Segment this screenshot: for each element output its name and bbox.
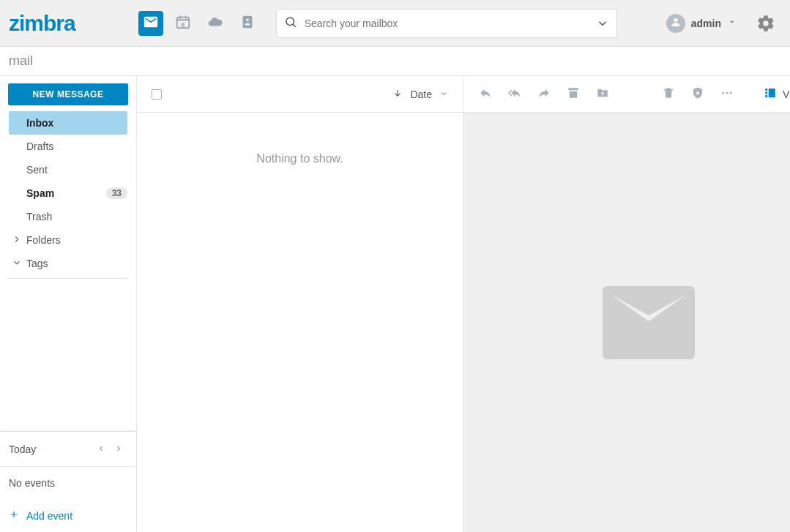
chevron-right-icon — [12, 234, 26, 247]
tags-group-label: Tags — [26, 258, 48, 269]
svg-rect-7 — [765, 92, 767, 94]
app-tab-contacts[interactable] — [235, 11, 260, 36]
search-dropdown-icon[interactable] — [596, 17, 609, 30]
app-tab-calendar[interactable]: 6 — [171, 11, 195, 36]
folder-label: Drafts — [26, 141, 127, 152]
contacts-icon — [239, 14, 256, 32]
chevron-down-icon — [12, 258, 26, 270]
person-icon — [670, 16, 682, 30]
today-label: Today — [9, 443, 92, 455]
archive-icon — [567, 86, 580, 102]
app-tab-mail[interactable] — [138, 11, 163, 36]
user-name: admin — [691, 18, 721, 29]
user-menu[interactable]: admin — [666, 14, 737, 33]
folder-list: Inbox Drafts Sent Spam 33 Trash — [0, 111, 136, 228]
mini-calendar: Today No events Add event — [0, 431, 136, 532]
breadcrumb-label: mail — [9, 53, 33, 69]
folder-drafts[interactable]: Drafts — [0, 135, 136, 158]
svg-point-1 — [286, 18, 294, 26]
search-input[interactable] — [305, 18, 596, 29]
sort-label: Date — [410, 89, 432, 100]
calendar-date: 6 — [181, 21, 185, 29]
svg-rect-6 — [765, 89, 767, 91]
folder-label: Trash — [26, 211, 127, 222]
svg-point-4 — [726, 92, 728, 94]
sort-button[interactable]: Date — [392, 88, 448, 100]
reply-icon — [479, 86, 492, 102]
search-box[interactable] — [276, 9, 617, 38]
folder-label: Spam — [26, 187, 106, 199]
folder-label: Inbox — [26, 117, 119, 129]
caret-down-icon — [727, 17, 737, 29]
folders-group-label: Folders — [26, 234, 61, 246]
message-toolbar: View — [463, 76, 790, 113]
svg-point-5 — [730, 92, 732, 94]
folders-group[interactable]: Folders — [0, 228, 136, 252]
svg-rect-9 — [769, 89, 775, 97]
folder-count-badge: 33 — [106, 187, 127, 199]
sort-arrow-down-icon — [392, 88, 403, 100]
prev-day-button[interactable] — [92, 441, 110, 458]
cloud-icon — [207, 14, 223, 32]
tags-group[interactable]: Tags — [0, 252, 136, 275]
svg-point-2 — [674, 18, 677, 22]
view-layout-icon — [764, 86, 777, 102]
folder-inbox[interactable]: Inbox — [9, 111, 127, 135]
more-icon — [720, 86, 734, 102]
svg-rect-8 — [765, 95, 767, 97]
search-icon — [284, 15, 297, 31]
message-list-pane: Date Nothing to show. — [137, 76, 463, 532]
app-tab-cloud[interactable] — [203, 11, 228, 36]
folder-label: Sent — [26, 164, 127, 176]
archive-button[interactable] — [566, 87, 581, 102]
folder-move-icon — [596, 86, 609, 102]
chevron-left-icon — [97, 443, 105, 455]
spam-button[interactable] — [690, 87, 705, 102]
more-button[interactable] — [720, 87, 734, 102]
sidebar: NEW MESSAGE Inbox Drafts Sent Spam 33 Tr… — [0, 76, 137, 532]
reply-button[interactable] — [478, 87, 493, 102]
app-tabs: 6 — [138, 11, 260, 36]
view-button[interactable]: View — [764, 86, 790, 102]
gear-icon — [756, 23, 775, 35]
trash-icon — [662, 86, 675, 102]
empty-message: Nothing to show. — [137, 113, 463, 165]
folder-sent[interactable]: Sent — [0, 158, 136, 181]
empty-envelope-icon — [603, 286, 695, 359]
plus-icon — [9, 509, 19, 522]
avatar — [666, 14, 685, 33]
select-all-checkbox[interactable] — [152, 89, 162, 100]
reading-pane: View — [463, 76, 790, 532]
folder-spam[interactable]: Spam 33 — [0, 181, 136, 205]
delete-button[interactable] — [661, 87, 676, 102]
svg-point-3 — [722, 92, 724, 94]
add-event-label: Add event — [26, 510, 72, 522]
forward-button[interactable] — [537, 87, 551, 102]
folder-trash[interactable]: Trash — [0, 205, 136, 228]
reply-all-button[interactable] — [507, 87, 522, 102]
settings-button[interactable] — [756, 14, 775, 33]
chevron-down-icon — [439, 89, 448, 100]
reply-all-icon — [508, 86, 521, 102]
chevron-right-icon — [114, 443, 123, 455]
view-label: View — [783, 89, 790, 100]
new-message-button[interactable]: NEW MESSAGE — [8, 83, 128, 105]
add-event-button[interactable]: Add event — [0, 499, 136, 532]
forward-icon — [537, 86, 551, 102]
mail-icon — [143, 14, 159, 32]
no-events-label: No events — [0, 467, 136, 499]
next-day-button[interactable] — [110, 441, 127, 458]
move-button[interactable] — [595, 87, 610, 102]
breadcrumb: mail — [0, 47, 790, 76]
divider — [9, 278, 127, 279]
shield-x-icon — [691, 86, 704, 102]
brand-logo[interactable]: zimbra — [9, 11, 75, 36]
list-header: Date — [137, 76, 463, 113]
